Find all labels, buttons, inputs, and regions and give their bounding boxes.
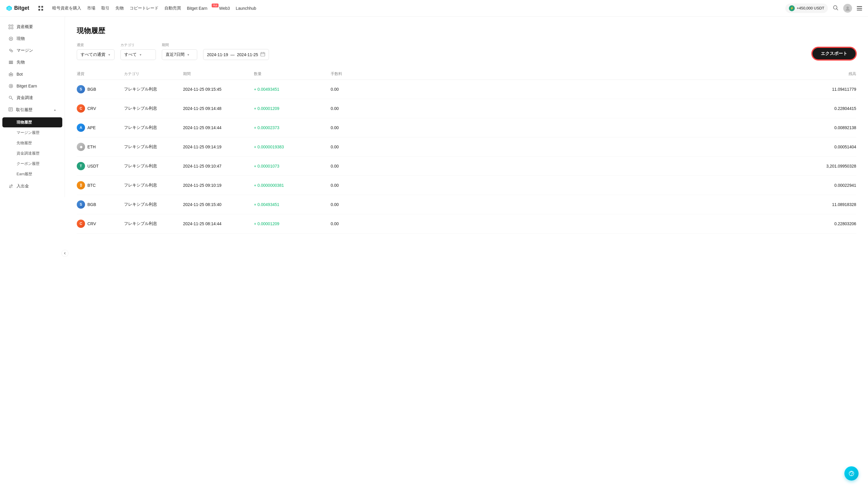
nav-crypto-buy[interactable]: 暗号資産を購入 (52, 6, 81, 11)
date-range-input[interactable]: 2024-11-19 — 2024-11-25 (203, 49, 269, 60)
nav-links: 暗号資産を購入 市場 取引 先物 コピートレード 自動売買 Bitget Ear… (52, 6, 778, 11)
col-category: カテゴリ (124, 71, 183, 77)
svg-point-21 (10, 74, 11, 75)
sidebar-item-bitget-earn[interactable]: Bitget Earn (2, 80, 62, 92)
coin-name: CRV (87, 221, 96, 226)
svg-rect-12 (11, 28, 13, 29)
col-fee: 手数料 (331, 71, 390, 77)
sidebar-item-assets-overview[interactable]: 資産概要 (2, 21, 62, 32)
sidebar-label-history: 取引履歴 (16, 107, 32, 113)
grid-icon (8, 24, 13, 30)
row-category: フレキシブル利息 (124, 87, 183, 92)
usdt-button[interactable]: ⚡ +450,000 USDT (785, 4, 828, 13)
svg-point-14 (10, 38, 11, 39)
row-amount: + 0.00002373 (254, 125, 331, 130)
sidebar-collapse-button[interactable] (61, 250, 68, 257)
sidebar-label-assets: 資産概要 (17, 24, 33, 30)
coin-icon: ₿ (77, 181, 85, 190)
sidebar-item-futures-history[interactable]: 先物履歴 (2, 138, 62, 148)
category-select[interactable]: すべて ▼ (120, 49, 156, 60)
row-fee: 0.00 (331, 183, 390, 188)
search-button[interactable] (833, 5, 838, 11)
nav-market[interactable]: 市場 (87, 6, 95, 11)
hamburger-menu[interactable] (857, 6, 862, 10)
sidebar-label-futures: 先物 (17, 60, 25, 65)
user-avatar[interactable] (843, 4, 852, 13)
coin-icon: A (77, 123, 85, 132)
fund-icon (8, 95, 13, 100)
coin-cell: C CRV (77, 220, 124, 228)
support-button[interactable] (844, 466, 859, 481)
nav-web3[interactable]: Web3 (219, 6, 230, 11)
row-amount: + 0.0000000381 (254, 183, 331, 188)
sidebar-item-deposit-withdraw[interactable]: 入出金 (2, 180, 62, 192)
coin-cell: T USDT (77, 162, 124, 170)
row-balance: 0.22804415 (390, 106, 856, 111)
coin-cell: S BGB (77, 200, 124, 209)
table-row: S BGB フレキシブル利息 2024-11-25 08:15:40 + 0.0… (77, 195, 856, 214)
nav-futures[interactable]: 先物 (116, 6, 124, 11)
sidebar-item-fund-history[interactable]: 資金調達履歴 (2, 148, 62, 158)
sidebar-item-margin[interactable]: マージン (2, 45, 62, 56)
sidebar-item-futures[interactable]: 先物 (2, 57, 62, 68)
period-arrow-icon: ▼ (187, 53, 190, 56)
sidebar-item-margin-history[interactable]: マージン履歴 (2, 128, 62, 138)
margin-icon (8, 48, 13, 53)
svg-point-22 (11, 74, 12, 75)
sidebar-section-history[interactable]: 取引履歴 ▲ (2, 104, 62, 116)
sidebar-item-bot[interactable]: Bot (2, 68, 62, 80)
row-fee: 0.00 (331, 87, 390, 92)
period-filter: 期間 直近7日間 ▼ (162, 42, 197, 60)
filters-bar: 通貨 すべての通貨 ▼ カテゴリ すべて ▼ 期間 直近7日間 ▼ (77, 42, 856, 60)
coin-name: BGB (87, 87, 96, 92)
svg-point-13 (9, 37, 13, 40)
row-amount: + 0.00001209 (254, 106, 331, 111)
nav-bitget-earn[interactable]: Bitget Earn Hot (187, 6, 213, 11)
table-row: ₿ BTC フレキシブル利息 2024-11-25 09:10:19 + 0.0… (77, 176, 856, 195)
spot-icon (8, 36, 13, 41)
sidebar-item-coupon-history[interactable]: クーポン履歴 (2, 159, 62, 169)
coin-icon: ◆ (77, 143, 85, 151)
brand-logo[interactable]: Bitget (6, 5, 29, 11)
coin-cell: S BGB (77, 85, 124, 93)
svg-rect-9 (9, 25, 10, 26)
row-balance: 0.22803206 (390, 221, 856, 226)
nav-launchhub[interactable]: Launchhub (236, 6, 256, 11)
sidebar-item-fund-raising[interactable]: 資金調達 (2, 92, 62, 104)
nav-copy-trade[interactable]: コピートレード (130, 6, 159, 11)
sidebar-sub-history: 現物履歴 マージン履歴 先物履歴 資金調達履歴 クーポン履歴 Earn履歴 (0, 116, 65, 180)
sidebar-item-spot-history[interactable]: 現物履歴 (2, 117, 62, 127)
nav-trade[interactable]: 取引 (101, 6, 110, 11)
period-select[interactable]: 直近7日間 ▼ (162, 49, 197, 60)
currency-select[interactable]: すべての通貨 ▼ (77, 49, 115, 60)
coin-name: USDT (87, 164, 99, 169)
svg-rect-18 (9, 62, 13, 63)
row-amount: + 0.00001073 (254, 164, 331, 169)
table-body: S BGB フレキシブル利息 2024-11-25 09:15:45 + 0.0… (77, 80, 856, 233)
row-amount: + 0.00001209 (254, 221, 331, 226)
col-period: 期間 (183, 71, 254, 77)
row-fee: 0.00 (331, 202, 390, 207)
coin-cell: ₿ BTC (77, 181, 124, 190)
row-date: 2024-11-25 09:14:44 (183, 125, 254, 130)
coin-cell: ◆ ETH (77, 143, 124, 151)
row-date: 2024-11-25 09:10:19 (183, 183, 254, 188)
earn-icon (8, 83, 13, 89)
export-button[interactable]: エクスポート (812, 47, 856, 60)
coin-name: BTC (87, 183, 96, 188)
grid-icon[interactable] (36, 6, 45, 11)
hot-badge: Hot (212, 4, 219, 7)
svg-line-7 (837, 9, 838, 10)
category-filter: カテゴリ すべて ▼ (120, 42, 156, 60)
category-arrow-icon: ▼ (139, 53, 142, 56)
sidebar-item-earn-history[interactable]: Earn履歴 (2, 169, 62, 179)
svg-point-24 (11, 72, 11, 73)
svg-rect-2 (38, 6, 40, 8)
sidebar-item-spot[interactable]: 現物 (2, 33, 62, 44)
row-balance: 3,201.09950328 (390, 164, 856, 169)
coin-name: CRV (87, 106, 96, 111)
nav-auto-trade[interactable]: 自動売買 (164, 6, 181, 11)
coin-icon: S (77, 85, 85, 93)
row-category: フレキシブル利息 (124, 164, 183, 169)
row-balance: 0.00051404 (390, 145, 856, 149)
